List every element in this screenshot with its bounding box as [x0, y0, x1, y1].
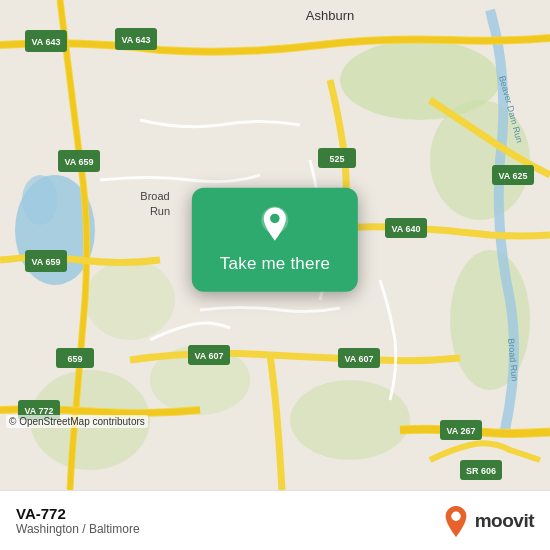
osm-attribution: © OpenStreetMap contributors — [6, 415, 148, 428]
svg-text:VA 659: VA 659 — [31, 257, 60, 267]
attribution-text: © OpenStreetMap contributors — [9, 416, 145, 427]
svg-text:VA 607: VA 607 — [194, 351, 223, 361]
svg-point-9 — [22, 175, 58, 225]
svg-text:VA 625: VA 625 — [498, 171, 527, 181]
svg-text:Broad: Broad — [140, 190, 169, 202]
svg-text:VA 659: VA 659 — [64, 157, 93, 167]
map-container: VA 643 VA 643 VA 659 VA 659 525 VA 640 V… — [0, 0, 550, 490]
location-pin-icon — [256, 206, 294, 244]
svg-text:VA 607: VA 607 — [344, 354, 373, 364]
bottom-bar: VA-772 Washington / Baltimore moovit — [0, 490, 550, 550]
svg-point-7 — [85, 260, 175, 340]
svg-text:VA 643: VA 643 — [121, 35, 150, 45]
take-me-there-button[interactable]: Take me there — [220, 254, 330, 274]
svg-text:659: 659 — [67, 354, 82, 364]
svg-text:SR 606: SR 606 — [466, 466, 496, 476]
moovit-icon — [441, 504, 471, 538]
svg-text:VA 640: VA 640 — [391, 224, 420, 234]
svg-text:VA 643: VA 643 — [31, 37, 60, 47]
svg-text:Run: Run — [150, 205, 170, 217]
svg-text:525: 525 — [329, 154, 344, 164]
svg-text:VA 267: VA 267 — [446, 426, 475, 436]
moovit-logo: moovit — [441, 504, 534, 538]
route-info: VA-772 Washington / Baltimore — [16, 505, 140, 536]
svg-point-42 — [270, 214, 280, 224]
route-name: VA-772 — [16, 505, 140, 522]
route-region: Washington / Baltimore — [16, 522, 140, 536]
svg-point-43 — [451, 511, 460, 520]
moovit-text: moovit — [475, 510, 534, 532]
popup-overlay: Take me there — [192, 188, 358, 292]
svg-text:Ashburn: Ashburn — [306, 8, 354, 23]
